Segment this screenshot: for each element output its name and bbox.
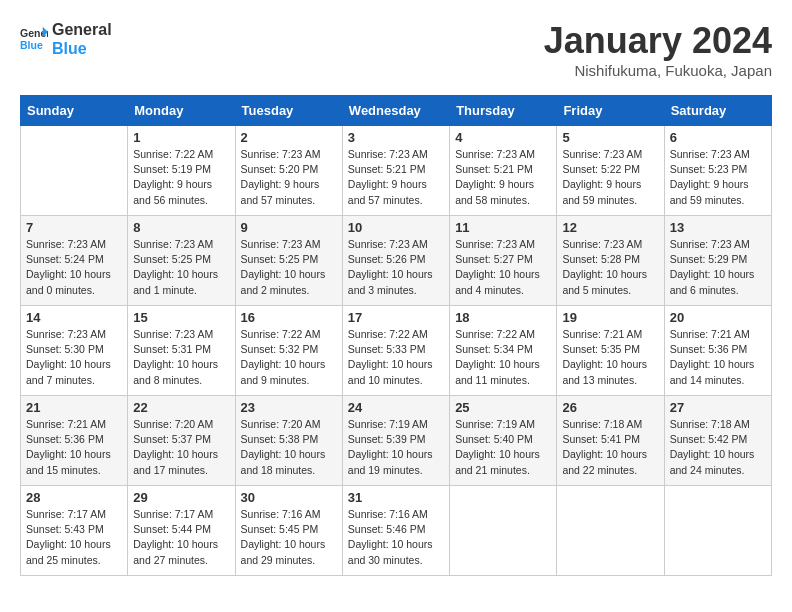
day-info: Sunrise: 7:22 AM Sunset: 5:33 PM Dayligh… [348,327,444,388]
sunrise-label: Sunrise: 7:23 AM [670,148,750,160]
sunrise-label: Sunrise: 7:20 AM [133,418,213,430]
daylight-label: Daylight: 10 hours and 4 minutes. [455,268,540,295]
sunset-label: Sunset: 5:32 PM [241,343,319,355]
daylight-label: Daylight: 10 hours and 25 minutes. [26,538,111,565]
daylight-label: Daylight: 10 hours and 13 minutes. [562,358,647,385]
day-number: 31 [348,490,444,505]
sunrise-label: Sunrise: 7:16 AM [241,508,321,520]
calendar-week-4: 21 Sunrise: 7:21 AM Sunset: 5:36 PM Dayl… [21,396,772,486]
day-info: Sunrise: 7:21 AM Sunset: 5:36 PM Dayligh… [26,417,122,478]
day-number: 15 [133,310,229,325]
daylight-label: Daylight: 10 hours and 22 minutes. [562,448,647,475]
daylight-label: Daylight: 9 hours and 59 minutes. [670,178,749,205]
calendar-cell: 3 Sunrise: 7:23 AM Sunset: 5:21 PM Dayli… [342,126,449,216]
sunrise-label: Sunrise: 7:18 AM [562,418,642,430]
day-number: 27 [670,400,766,415]
day-number: 22 [133,400,229,415]
day-number: 11 [455,220,551,235]
day-number: 24 [348,400,444,415]
calendar-cell [557,486,664,576]
calendar-cell: 9 Sunrise: 7:23 AM Sunset: 5:25 PM Dayli… [235,216,342,306]
calendar-cell: 17 Sunrise: 7:22 AM Sunset: 5:33 PM Dayl… [342,306,449,396]
col-header-tuesday: Tuesday [235,96,342,126]
sunset-label: Sunset: 5:43 PM [26,523,104,535]
day-number: 17 [348,310,444,325]
daylight-label: Daylight: 10 hours and 10 minutes. [348,358,433,385]
sunrise-label: Sunrise: 7:23 AM [133,238,213,250]
daylight-label: Daylight: 10 hours and 19 minutes. [348,448,433,475]
day-number: 12 [562,220,658,235]
day-number: 1 [133,130,229,145]
calendar-cell: 21 Sunrise: 7:21 AM Sunset: 5:36 PM Dayl… [21,396,128,486]
day-info: Sunrise: 7:23 AM Sunset: 5:28 PM Dayligh… [562,237,658,298]
sunset-label: Sunset: 5:34 PM [455,343,533,355]
calendar-cell: 24 Sunrise: 7:19 AM Sunset: 5:39 PM Dayl… [342,396,449,486]
day-info: Sunrise: 7:18 AM Sunset: 5:42 PM Dayligh… [670,417,766,478]
logo-blue: Blue [52,39,112,58]
calendar-cell: 27 Sunrise: 7:18 AM Sunset: 5:42 PM Dayl… [664,396,771,486]
calendar-cell: 8 Sunrise: 7:23 AM Sunset: 5:25 PM Dayli… [128,216,235,306]
day-number: 16 [241,310,337,325]
sunset-label: Sunset: 5:28 PM [562,253,640,265]
day-info: Sunrise: 7:23 AM Sunset: 5:25 PM Dayligh… [133,237,229,298]
sunset-label: Sunset: 5:38 PM [241,433,319,445]
sunset-label: Sunset: 5:21 PM [455,163,533,175]
calendar-cell: 16 Sunrise: 7:22 AM Sunset: 5:32 PM Dayl… [235,306,342,396]
daylight-label: Daylight: 10 hours and 3 minutes. [348,268,433,295]
calendar-week-3: 14 Sunrise: 7:23 AM Sunset: 5:30 PM Dayl… [21,306,772,396]
day-info: Sunrise: 7:19 AM Sunset: 5:39 PM Dayligh… [348,417,444,478]
calendar-table: SundayMondayTuesdayWednesdayThursdayFrid… [20,95,772,576]
day-info: Sunrise: 7:23 AM Sunset: 5:21 PM Dayligh… [455,147,551,208]
day-info: Sunrise: 7:16 AM Sunset: 5:45 PM Dayligh… [241,507,337,568]
sunset-label: Sunset: 5:44 PM [133,523,211,535]
calendar-cell: 22 Sunrise: 7:20 AM Sunset: 5:37 PM Dayl… [128,396,235,486]
sunset-label: Sunset: 5:35 PM [562,343,640,355]
day-number: 23 [241,400,337,415]
day-number: 3 [348,130,444,145]
sunrise-label: Sunrise: 7:23 AM [133,328,213,340]
daylight-label: Daylight: 9 hours and 57 minutes. [348,178,427,205]
calendar-cell: 15 Sunrise: 7:23 AM Sunset: 5:31 PM Dayl… [128,306,235,396]
sunset-label: Sunset: 5:26 PM [348,253,426,265]
day-info: Sunrise: 7:22 AM Sunset: 5:34 PM Dayligh… [455,327,551,388]
daylight-label: Daylight: 10 hours and 9 minutes. [241,358,326,385]
calendar-cell: 1 Sunrise: 7:22 AM Sunset: 5:19 PM Dayli… [128,126,235,216]
day-info: Sunrise: 7:22 AM Sunset: 5:32 PM Dayligh… [241,327,337,388]
sunset-label: Sunset: 5:20 PM [241,163,319,175]
col-header-wednesday: Wednesday [342,96,449,126]
calendar-header: SundayMondayTuesdayWednesdayThursdayFrid… [21,96,772,126]
day-number: 19 [562,310,658,325]
daylight-label: Daylight: 10 hours and 21 minutes. [455,448,540,475]
day-info: Sunrise: 7:23 AM Sunset: 5:25 PM Dayligh… [241,237,337,298]
sunrise-label: Sunrise: 7:23 AM [241,148,321,160]
calendar-cell: 7 Sunrise: 7:23 AM Sunset: 5:24 PM Dayli… [21,216,128,306]
sunrise-label: Sunrise: 7:23 AM [670,238,750,250]
sunrise-label: Sunrise: 7:23 AM [26,238,106,250]
logo-general: General [52,20,112,39]
calendar-cell: 4 Sunrise: 7:23 AM Sunset: 5:21 PM Dayli… [450,126,557,216]
sunset-label: Sunset: 5:46 PM [348,523,426,535]
sunrise-label: Sunrise: 7:23 AM [241,238,321,250]
sunrise-label: Sunrise: 7:17 AM [26,508,106,520]
calendar-cell: 10 Sunrise: 7:23 AM Sunset: 5:26 PM Dayl… [342,216,449,306]
calendar-cell: 6 Sunrise: 7:23 AM Sunset: 5:23 PM Dayli… [664,126,771,216]
sunrise-label: Sunrise: 7:19 AM [455,418,535,430]
day-info: Sunrise: 7:23 AM Sunset: 5:24 PM Dayligh… [26,237,122,298]
svg-text:Blue: Blue [20,39,43,51]
sunrise-label: Sunrise: 7:18 AM [670,418,750,430]
daylight-label: Daylight: 9 hours and 58 minutes. [455,178,534,205]
sunset-label: Sunset: 5:27 PM [455,253,533,265]
day-info: Sunrise: 7:23 AM Sunset: 5:21 PM Dayligh… [348,147,444,208]
calendar-cell [21,126,128,216]
page-header: General Blue General Blue January 2024 N… [20,20,772,79]
calendar-cell: 30 Sunrise: 7:16 AM Sunset: 5:45 PM Dayl… [235,486,342,576]
day-info: Sunrise: 7:20 AM Sunset: 5:37 PM Dayligh… [133,417,229,478]
calendar-cell: 29 Sunrise: 7:17 AM Sunset: 5:44 PM Dayl… [128,486,235,576]
col-header-sunday: Sunday [21,96,128,126]
sunset-label: Sunset: 5:39 PM [348,433,426,445]
day-info: Sunrise: 7:23 AM Sunset: 5:23 PM Dayligh… [670,147,766,208]
sunset-label: Sunset: 5:42 PM [670,433,748,445]
calendar-cell: 25 Sunrise: 7:19 AM Sunset: 5:40 PM Dayl… [450,396,557,486]
sunrise-label: Sunrise: 7:17 AM [133,508,213,520]
col-header-friday: Friday [557,96,664,126]
